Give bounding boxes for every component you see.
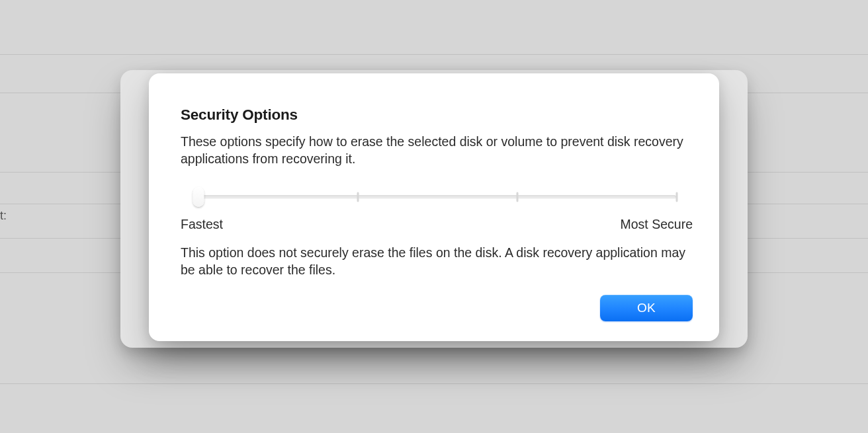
- security-options-dialog: Security Options These options specify h…: [149, 73, 719, 341]
- background-partial-label: t:: [0, 209, 7, 223]
- slider-tick: [516, 192, 518, 202]
- dialog-title: Security Options: [181, 106, 693, 124]
- slider-min-label: Fastest: [181, 217, 223, 232]
- slider-tick: [676, 192, 678, 202]
- current-option-description: This option does not securely erase the …: [181, 244, 690, 279]
- slider-tick: [357, 192, 359, 202]
- slider-track: [197, 195, 676, 198]
- security-level-slider[interactable]: [193, 185, 681, 209]
- slider-max-label: Most Secure: [621, 217, 693, 232]
- slider-knob[interactable]: [193, 187, 204, 207]
- dialog-description: These options specify how to erase the s…: [181, 133, 690, 168]
- ok-button[interactable]: OK: [600, 295, 693, 321]
